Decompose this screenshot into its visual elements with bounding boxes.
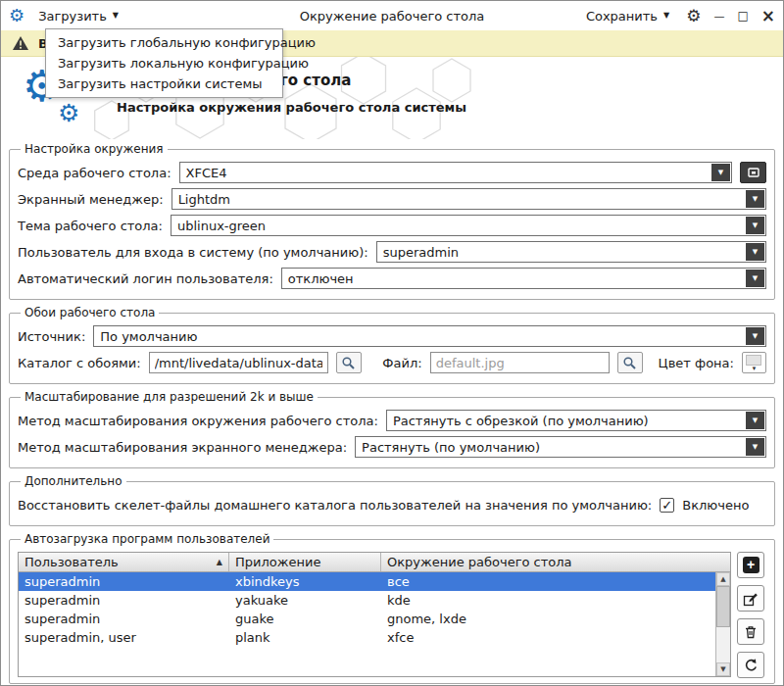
load-menu: Загрузить глобальную конфигурацию Загруз… — [45, 28, 283, 98]
table-rows: superadmin xbindkeys все superadmin yaku… — [19, 572, 715, 676]
cell-application: xbindkeys — [229, 574, 381, 589]
dm-scaling-method-label: Метод масштабирования экранного менеджер… — [18, 440, 347, 455]
wallpaper-file-input[interactable] — [430, 352, 610, 373]
cell-environment: kde — [381, 593, 715, 608]
scrollbar-up-button[interactable]: ▲ — [716, 572, 730, 586]
wallpaper-file-browse-button[interactable] — [617, 352, 643, 373]
restore-skel-checkbox[interactable]: ✓ — [660, 498, 674, 513]
desktop-scaling-method-label: Метод масштабирования окружения рабочего… — [18, 414, 378, 428]
cell-user: superadmin, user — [19, 630, 229, 645]
refresh-button[interactable] — [737, 652, 764, 678]
desktop-scaling-method-value: Растянуть с обрезкой (по умолчанию) — [387, 411, 745, 430]
dm-scaling-method-value: Растянуть (по умолчанию) — [356, 437, 745, 457]
restore-skel-label: Восстановить скелет-файлы домашнего ката… — [18, 498, 652, 513]
table-row[interactable]: superadmin yakuake kde — [19, 591, 715, 610]
menu-item-load-system-settings[interactable]: Загрузить настройки системы — [46, 74, 282, 94]
display-manager-label: Экранный менеджер: — [18, 192, 164, 207]
sort-ascending-icon: ▲ — [213, 558, 222, 566]
desktop-theme-select[interactable]: ublinux-green ▼ — [171, 215, 766, 236]
autologin-select[interactable]: отключен ▼ — [281, 268, 766, 289]
save-menu-button[interactable]: Сохранить ▼ — [582, 7, 673, 25]
table-scrollbar[interactable]: ▲ ▼ — [715, 572, 730, 676]
caret-down-icon: ▼ — [752, 366, 758, 371]
column-header-application[interactable]: Приложение — [229, 553, 381, 571]
wallpaper-source-value: По умолчанию — [94, 326, 745, 346]
environment-group: Настройка окружения Среда рабочего стола… — [9, 142, 775, 300]
cell-environment: gnome, lxde — [381, 612, 715, 626]
scaling-group-legend: Масштабирование для разрешений 2k и выше — [21, 390, 318, 404]
wallpaper-file-label: Файл: — [382, 356, 421, 370]
desktop-theme-label: Тема рабочего стола: — [18, 219, 163, 233]
dropdown-arrow-icon: ▼ — [746, 243, 764, 261]
wallpaper-source-select[interactable]: По умолчанию ▼ — [93, 325, 766, 347]
warning-icon — [12, 35, 29, 51]
edit-button[interactable] — [737, 585, 764, 612]
dropdown-arrow-icon: ▼ — [711, 164, 730, 181]
app-gears-icon: ⚙ — [9, 7, 24, 24]
dm-scaling-method-select[interactable]: Растянуть (по умолчанию) ▼ — [355, 436, 766, 458]
pencil-icon — [743, 591, 759, 607]
desktop-environment-select[interactable]: XFCE4 ▼ — [179, 162, 732, 183]
magnifier-icon — [341, 356, 356, 370]
wallpaper-source-label: Источник: — [18, 329, 85, 344]
wallpaper-dir-input[interactable] — [149, 352, 328, 373]
minimize-button[interactable]: — — [713, 11, 724, 22]
magnifier-icon — [622, 356, 637, 370]
cell-environment: xfce — [381, 630, 715, 645]
scrollbar-track[interactable] — [716, 627, 730, 662]
package-icon — [747, 166, 760, 179]
scrollbar-thumb[interactable] — [716, 586, 730, 627]
dropdown-arrow-icon: ▼ — [746, 327, 764, 345]
cell-application: yakuake — [229, 593, 381, 608]
cell-user: superadmin — [19, 593, 229, 608]
scaling-group: Масштабирование для разрешений 2k и выше… — [9, 390, 775, 468]
autostart-group-legend: Автозагрузка программ пользователей — [21, 532, 273, 546]
caret-down-icon: ▼ — [113, 12, 119, 20]
desktop-environment-value: XFCE4 — [180, 163, 710, 182]
cell-user: superadmin — [19, 574, 229, 589]
wallpaper-group: Обои рабочего стола Источник: По умолчан… — [9, 306, 775, 384]
desktop-theme-value: ublinux-green — [172, 216, 745, 235]
save-menu-button-label: Сохранить — [586, 9, 658, 24]
desktop-environment-label: Среда рабочего стола: — [18, 166, 172, 180]
display-manager-select[interactable]: Lightdm ▼ — [172, 188, 766, 210]
table-row[interactable]: superadmin, user plank xfce — [19, 628, 715, 647]
cell-application: plank — [229, 630, 381, 645]
column-header-user[interactable]: Пользователь ▲ — [19, 553, 229, 571]
display-manager-value: Lightdm — [172, 189, 745, 209]
add-button[interactable]: + — [737, 552, 764, 578]
default-user-value: superadmin — [377, 242, 745, 262]
plus-icon: + — [743, 557, 760, 573]
cell-user: superadmin — [19, 612, 229, 626]
default-user-label: Пользователь для входа в систему (по умо… — [18, 245, 368, 260]
table-row[interactable]: superadmin guake gnome, lxde — [19, 610, 715, 628]
cell-environment: все — [381, 574, 715, 589]
app-window: ⚙ Загрузить ▼ Окружение рабочего стола С… — [0, 0, 784, 686]
autostart-table: Пользователь ▲ Приложение Окружение рабо… — [18, 552, 731, 677]
close-button[interactable]: × — [761, 8, 775, 24]
restore-skel-checkbox-label: Включено — [682, 498, 749, 513]
dropdown-arrow-icon: ▼ — [746, 438, 764, 456]
trash-icon — [743, 624, 759, 640]
delete-button[interactable] — [737, 618, 764, 645]
column-header-environment[interactable]: Окружение рабочего стола — [381, 553, 730, 571]
wallpaper-group-legend: Обои рабочего стола — [21, 306, 159, 319]
desktop-environment-extra-button[interactable] — [740, 162, 766, 183]
background-color-button[interactable]: ▼ — [742, 352, 766, 373]
menu-item-load-global-config[interactable]: Загрузить глобальную конфигурацию — [46, 32, 282, 53]
desktop-scaling-method-select[interactable]: Растянуть с обрезкой (по умолчанию) ▼ — [386, 410, 766, 431]
default-user-select[interactable]: superadmin ▼ — [376, 241, 766, 263]
scrollbar-down-button[interactable]: ▼ — [716, 662, 730, 676]
caret-down-icon: ▼ — [663, 12, 669, 20]
table-row[interactable]: superadmin xbindkeys все — [19, 572, 715, 591]
cell-application: guake — [229, 612, 381, 626]
dropdown-arrow-icon: ▼ — [746, 217, 764, 234]
wallpaper-dir-browse-button[interactable] — [336, 352, 362, 373]
maximize-button[interactable]: □ — [737, 10, 748, 22]
titlebar: ⚙ Загрузить ▼ Окружение рабочего стола С… — [1, 1, 783, 30]
menu-item-load-local-config[interactable]: Загрузить локальную конфигурацию — [46, 53, 282, 74]
environment-group-legend: Настройка окружения — [21, 142, 168, 156]
settings-gear-button[interactable]: ⚙ — [686, 8, 701, 24]
load-menu-button[interactable]: Загрузить ▼ — [34, 7, 122, 25]
autologin-label: Автоматический логин пользователя: — [18, 271, 273, 286]
